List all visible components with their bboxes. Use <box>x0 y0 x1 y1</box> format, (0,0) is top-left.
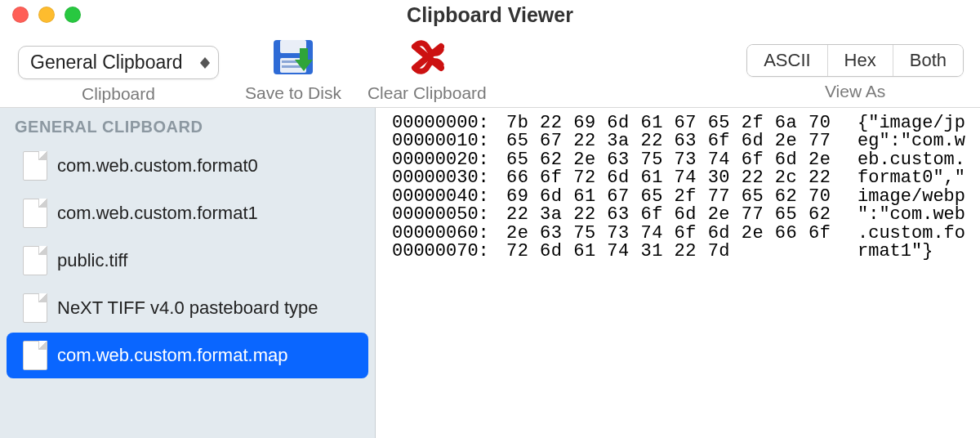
hex-ascii: format0"," <box>858 169 965 187</box>
document-icon <box>23 199 47 228</box>
hex-row: 00000070:72 6d 61 74 31 22 7drmat1"} <box>392 243 980 261</box>
sidebar-item-label: com.web.custom.format0 <box>57 155 258 177</box>
document-icon <box>23 293 47 323</box>
document-icon <box>23 341 47 370</box>
hex-ascii: image/webp <box>858 188 965 206</box>
hex-bytes: 65 62 2e 63 75 73 74 6f 6d 2e <box>506 151 858 169</box>
sidebar-item[interactable]: com.web.custom.format0 <box>7 143 368 189</box>
clear-clipboard-caption: Clear Clipboard <box>368 83 487 103</box>
hex-offset: 00000070: <box>392 243 506 261</box>
sidebar-item[interactable]: com.web.custom.format1 <box>7 190 368 236</box>
hex-ascii: eb.custom. <box>858 151 965 169</box>
hex-row: 00000060:2e 63 75 73 74 6f 6d 2e 66 6f.c… <box>392 225 980 243</box>
hex-offset: 00000020: <box>392 151 506 169</box>
svg-rect-7 <box>300 48 308 60</box>
sidebar-item-label: public.tiff <box>57 250 127 271</box>
clear-clipboard-button[interactable] <box>410 36 444 78</box>
hex-offset: 00000010: <box>392 132 506 150</box>
view-as-ascii[interactable]: ASCII <box>747 45 827 76</box>
hex-offset: 00000030: <box>392 169 506 187</box>
toolbar: General Clipboard Clipboard Save to Dis <box>0 29 980 108</box>
clipboard-caption: Clipboard <box>82 84 155 104</box>
sidebar-item-label: com.web.custom.format1 <box>57 203 258 224</box>
hex-ascii: ":"com.web <box>858 206 965 224</box>
hex-bytes: 65 67 22 3a 22 63 6f 6d 2e 77 <box>506 132 858 150</box>
clipboard-dropdown-value: General Clipboard <box>30 51 183 73</box>
hex-offset: 00000040: <box>392 188 506 206</box>
hex-bytes: 2e 63 75 73 74 6f 6d 2e 66 6f <box>506 225 858 243</box>
hex-row: 00000030:66 6f 72 6d 61 74 30 22 2c 22fo… <box>392 169 980 187</box>
hex-offset: 00000060: <box>392 225 506 243</box>
content: GENERAL CLIPBOARD com.web.custom.format0… <box>0 108 980 438</box>
save-to-disk-button[interactable] <box>270 36 316 78</box>
hex-ascii: .custom.fo <box>858 225 965 243</box>
document-icon <box>23 246 47 275</box>
sidebar-item[interactable]: NeXT TIFF v4.0 pasteboard type <box>7 285 368 331</box>
hex-ascii: rmat1"} <box>858 243 933 261</box>
dropdown-chevrons-icon <box>200 57 210 69</box>
svg-marker-1 <box>200 63 210 69</box>
document-icon <box>23 151 47 181</box>
hex-bytes: 72 6d 61 74 31 22 7d <box>506 243 858 261</box>
hex-offset: 00000050: <box>392 206 506 224</box>
clear-clipboard-group: Clear Clipboard <box>368 33 487 103</box>
save-to-disk-group: Save to Disk <box>245 33 341 103</box>
hex-bytes: 7b 22 69 6d 61 67 65 2f 6a 70 <box>506 114 858 132</box>
sidebar-item[interactable]: public.tiff <box>7 238 368 284</box>
hex-ascii: eg":"com.w <box>858 132 965 150</box>
hex-bytes: 66 6f 72 6d 61 74 30 22 2c 22 <box>506 169 858 187</box>
hex-bytes: 22 3a 22 63 6f 6d 2e 77 65 62 <box>506 206 858 224</box>
sidebar: GENERAL CLIPBOARD com.web.custom.format0… <box>0 108 376 438</box>
hex-row: 00000010:65 67 22 3a 22 63 6f 6d 2e 77eg… <box>392 132 980 150</box>
titlebar: Clipboard Viewer <box>0 0 980 29</box>
hex-row: 00000050:22 3a 22 63 6f 6d 2e 77 65 62":… <box>392 206 980 224</box>
hex-ascii: {"image/jp <box>858 114 965 132</box>
sidebar-item-label: com.web.custom.format.map <box>57 345 287 366</box>
sidebar-item-label: NeXT TIFF v4.0 pasteboard type <box>57 297 318 319</box>
clipboard-dropdown[interactable]: General Clipboard <box>18 46 219 79</box>
view-as-both[interactable]: Both <box>893 45 963 76</box>
hex-bytes: 69 6d 61 67 65 2f 77 65 62 70 <box>506 188 858 206</box>
view-as-caption: View As <box>825 82 885 101</box>
hex-pane: 00000000:7b 22 69 6d 61 67 65 2f 6a 70{"… <box>376 108 980 438</box>
view-as-segmented: ASCII Hex Both <box>746 44 964 77</box>
save-to-disk-caption: Save to Disk <box>245 83 341 103</box>
sidebar-section-header: GENERAL CLIPBOARD <box>0 108 375 141</box>
window-title: Clipboard Viewer <box>0 3 980 27</box>
hex-row: 00000040:69 6d 61 67 65 2f 77 65 62 70im… <box>392 188 980 206</box>
view-as-group: ASCII Hex Both View As <box>746 33 964 101</box>
view-as-hex[interactable]: Hex <box>828 45 893 76</box>
sidebar-item[interactable]: com.web.custom.format.map <box>7 333 368 378</box>
svg-marker-0 <box>200 57 210 63</box>
hex-offset: 00000000: <box>392 114 506 132</box>
clipboard-group: General Clipboard Clipboard <box>18 33 219 104</box>
hex-row: 00000000:7b 22 69 6d 61 67 65 2f 6a 70{"… <box>392 114 980 132</box>
sidebar-list: com.web.custom.format0com.web.custom.for… <box>0 143 375 378</box>
hex-row: 00000020:65 62 2e 63 75 73 74 6f 6d 2eeb… <box>392 151 980 169</box>
